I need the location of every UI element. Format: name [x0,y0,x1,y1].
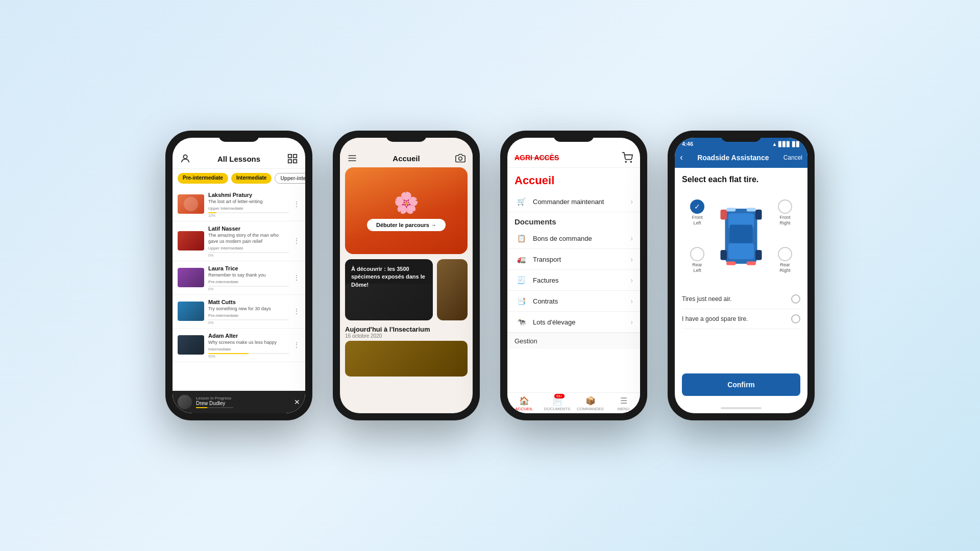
factures-label: Factures [533,277,630,284]
phone-2-screen: Accueil 🌸 Débuter le parcours → À découv… [340,138,473,413]
lesson-title-3: Try something new for 30 days [208,306,289,312]
notch-3 [553,131,594,142]
lesson-thumb-1 [178,231,204,251]
tab-pre-intermediate[interactable]: Pre-intermediate [178,173,228,184]
commander-label: Commander maintenant [533,198,630,206]
chevron-icon: › [630,297,633,305]
rear-right-tire[interactable]: RearRight [770,247,800,273]
option-spare-label: I have a good spare tire. [682,315,748,322]
more-dots-1[interactable]: ⋮ [293,237,300,245]
nav-accueil[interactable]: 🏠 ACCUEIL [507,396,541,411]
p2-header: Accueil [340,138,473,167]
more-dots-0[interactable]: ⋮ [293,200,300,208]
p2-side-card [437,259,468,320]
lesson-title-0: The lost art of letter-writing [208,199,289,205]
cancel-button[interactable]: Cancel [783,154,802,161]
transport-item[interactable]: 🚛 Transport › [507,249,640,270]
lesson-level-2: Pre-intermediate [208,280,289,284]
p3-accueil-title: Accueil [507,168,640,191]
factures-item[interactable]: 🧾 Factures › [507,270,640,291]
lesson-name-4: Adam Alter [208,332,289,339]
nav-menu-label: MENU [618,407,630,411]
svg-rect-14 [730,225,753,243]
svg-rect-22 [747,262,756,265]
nav-documents[interactable]: 📄 99+ DOCUMENTS [541,396,574,411]
progress-text-4: 50% [208,355,289,358]
commandes-icon: 📦 [585,396,596,406]
more-dots-3[interactable]: ⋮ [293,307,300,315]
more-dots-4[interactable]: ⋮ [293,341,300,349]
grid-icon[interactable] [287,153,298,164]
progress-text-3: 0% [208,321,289,324]
p2-hero-banner[interactable]: 🌸 Débuter le parcours → [345,167,468,254]
svg-rect-20 [747,208,756,211]
progress-bar-3 [208,319,289,320]
more-dots-2[interactable]: ⋮ [293,273,300,282]
p1-bottom-bar[interactable]: Lesson In Progress Drew Dudley ✕ [173,391,305,413]
confirm-button[interactable]: Confirm [682,373,800,396]
bottom-avatar [178,395,192,409]
list-item[interactable]: Lakshmi Pratury The lost art of letter-w… [173,188,305,221]
notch-4 [721,131,762,142]
car-diagram-image [716,190,767,282]
event-date: 16 octobre 2020 [345,333,468,339]
list-item[interactable]: Laura Trice Remember to say thank you Pr… [173,261,305,295]
front-left-tire[interactable]: ✓ FrontLeft [682,199,713,226]
svg-rect-15 [721,210,727,220]
nav-commandes-label: COMMANDES [577,407,604,411]
front-left-label: FrontLeft [692,215,702,226]
p2-event-section: Aujourd'hui à l'Insectarium 16 octobre 2… [340,320,473,382]
cart-icon[interactable] [622,152,633,163]
p1-tabs: Pre-intermediate Intermediate Upper-inte [173,169,305,188]
p1-lessons-list: Lakshmi Pratury The lost art of letter-w… [173,188,305,413]
svg-point-9 [625,161,626,162]
svg-point-0 [183,155,187,159]
lesson-info-4: Adam Alter Why screens make us less happ… [208,332,289,358]
lesson-level-4: Intermediate [208,347,289,352]
rear-left-tire[interactable]: RearLeft [682,247,713,273]
lesson-thumb-3 [178,302,204,321]
bottom-progress-bar [196,407,233,408]
list-item[interactable]: Latif Nasser The amazing story of the ma… [173,221,305,261]
nav-menu[interactable]: ☰ MENU [607,396,640,411]
event-title: Aujourd'hui à l'Insectarium [345,325,468,333]
bons-de-commande-item[interactable]: 📋 Bons de commande › [507,228,640,249]
list-item[interactable]: Adam Alter Why screens make us less happ… [173,329,305,362]
profile-icon[interactable] [180,153,191,164]
menu-icon[interactable] [347,153,357,163]
progress-bar-1 [208,252,289,253]
documents-badge: 99+ [554,394,565,398]
progress-text-2: 0% [208,287,289,291]
option-air-radio[interactable] [791,294,800,304]
p3-content: AGRI ACCÈS Accueil 🛒 Commander maintenan… [507,138,640,413]
option-spare-radio[interactable] [791,314,800,323]
hero-start-button[interactable]: Débuter le parcours → [367,219,446,231]
lesson-name-2: Laura Trice [208,265,289,272]
option-tires-air[interactable]: Tires just need air. [682,289,800,309]
rear-right-circle [778,247,792,261]
front-right-tire[interactable]: FrontRight [770,199,800,226]
lesson-info-3: Matt Cutts Try something new for 30 days… [208,298,289,324]
commander-maintenant-item[interactable]: 🛒 Commander maintenant › [507,191,640,212]
p1-header: All Lessons [173,138,305,169]
lesson-name-1: Latif Nasser [208,225,289,232]
list-item[interactable]: Matt Cutts Try something new for 30 days… [173,295,305,329]
tab-upper-intermediate[interactable]: Upper-inte [275,173,305,184]
tab-intermediate[interactable]: Intermediate [231,173,272,184]
check-icon: ✓ [694,203,700,211]
lesson-info-2: Laura Trice Remember to say thank you Pr… [208,265,289,291]
lots-elevage-item[interactable]: 🐄 Lots d'élevage › [507,312,640,333]
nav-commandes[interactable]: 📦 COMMANDES [574,396,607,411]
p2-discover-card[interactable]: À découvrir : les 3500 spécimens exposés… [345,259,433,320]
close-icon[interactable]: ✕ [294,398,300,406]
contrats-item[interactable]: 📑 Contrats › [507,291,640,312]
phone-4-screen: 4:46 ▲ ▊▊▊ ▊▊ ‹ Roadside Assistance Canc… [675,138,807,413]
logo-accent: ACCÈS [534,154,559,162]
option-spare-tire[interactable]: I have a good spare tire. [682,309,800,329]
documents-icon-wrap: 📄 99+ [552,396,562,406]
progress-bar-4 [208,353,289,354]
back-icon[interactable]: ‹ [680,152,683,163]
phone-3-screen: AGRI ACCÈS Accueil 🛒 Commander maintenan… [507,138,640,413]
hero-icon: 🌸 [394,191,419,215]
camera-icon[interactable] [455,153,465,163]
